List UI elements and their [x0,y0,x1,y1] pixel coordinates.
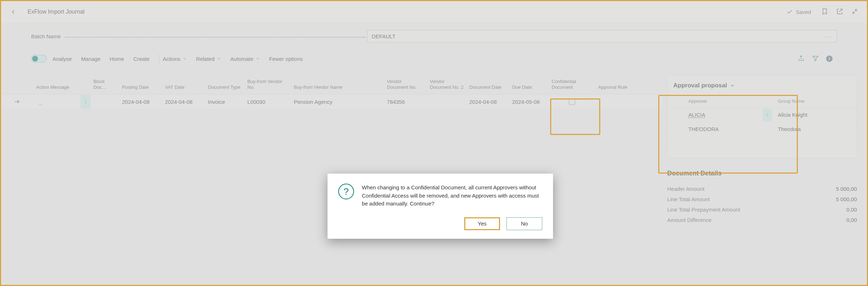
col-block-doc[interactable]: Block Doc… [91,79,119,91]
document-details: Document Details Header Amount 5 000,00 … [667,166,857,225]
detail-label: Amount Difference [667,217,712,223]
col-posting-date[interactable]: Posting Date [119,84,162,90]
actions-menu[interactable]: Actions [163,56,187,62]
cell-vendor-doc-no: 784356 [384,99,427,105]
approver-link[interactable]: ALICIA [688,112,705,118]
detail-row: Line Total Prepayment Amount 0,00 [667,204,857,215]
no-button[interactable]: No [506,217,542,230]
col-vendor-doc-no[interactable]: Vendor Document No. [384,79,427,91]
detail-label: Header Amount [667,186,704,192]
batch-row: Batch Name DEFAULT ··· [1,23,867,50]
saved-indicator: Saved [786,9,811,15]
approver-name[interactable]: THEODORA [685,126,757,132]
filter-icon[interactable] [812,55,819,63]
question-icon: ? [338,184,354,199]
cell-vat-date: 2024-04-08 [162,99,205,105]
group-name: Alicia Knight [775,112,839,118]
detail-row: Header Amount 5 000,00 [667,184,857,194]
yes-button[interactable]: Yes [464,217,500,230]
detail-value: 0,00 [847,207,857,213]
col-vendor-name[interactable]: Buy-from Vendor Name [291,84,384,90]
actions-label: Actions [163,56,180,62]
saved-label: Saved [796,9,811,15]
row-menu-button[interactable] [81,95,91,108]
row-menu-button[interactable] [763,109,772,121]
approval-row[interactable]: ALICIA Alicia Knight [668,108,857,122]
col-approver[interactable]: Approver [685,98,757,104]
analyse-toggle[interactable] [31,55,47,63]
batch-value: DEFAULT [372,33,826,39]
col-due-date[interactable]: Due Date [509,84,549,90]
create-tab[interactable]: Create [134,56,150,62]
batch-dots [65,33,366,38]
group-name: Theodora [775,126,839,132]
detail-value: 0,00 [847,217,857,223]
approval-table-header: Approver Group Name [668,94,857,108]
cell-action-message: _ [36,99,42,105]
svg-point-3 [767,113,768,114]
automate-menu[interactable]: Automate [231,56,260,62]
analyse-tab[interactable]: Analyse [53,56,72,62]
table-row[interactable]: _ 2024-04-08 2024-04-08 Invoice L00030 P… [1,94,663,110]
svg-point-2 [85,103,86,103]
col-vendor-no[interactable]: Buy-from Vendor No. [244,79,291,91]
related-label: Related [196,56,215,62]
back-button[interactable] [5,4,21,20]
cell-vendor-name: Pension Agency [291,99,384,105]
cell-posting-date: 2024-04-08 [119,99,162,105]
collapse-icon[interactable] [851,8,858,16]
cell-document-type: Invoice [205,99,244,105]
manage-tab[interactable]: Manage [81,56,100,62]
related-menu[interactable]: Related [196,56,221,62]
col-vendor-doc-no2[interactable]: Vendor Document No. 2 [427,79,466,91]
chevron-down-icon [730,83,735,88]
col-approval-rule[interactable]: Approval Rule [595,84,642,90]
col-group[interactable]: Group Name [775,98,839,104]
info-icon[interactable]: i [826,55,833,62]
dialog-message: When changing to a Confidential Document… [362,184,542,208]
details-title: Document Details [667,170,857,177]
detail-value: 5 000,00 [836,186,857,192]
table-header: Action Message Block Doc… Posting Date V… [1,75,663,94]
cell-vendor-no: L00030 [244,99,291,105]
fewer-options[interactable]: Fewer options [269,56,303,62]
batch-name-input[interactable]: DEFAULT ··· [367,30,837,42]
detail-label: Line Total Prepayment Amount [667,207,740,213]
svg-point-5 [767,116,768,116]
svg-point-4 [767,115,768,115]
titlebar: ExFlow Import Journal Saved [1,1,867,23]
col-document-type[interactable]: Document Type [205,84,244,90]
approval-title: Approval proposal [673,82,727,89]
chevron-down-icon [183,57,187,61]
chevron-down-icon [217,57,221,61]
approval-row[interactable]: THEODORA Theodora [668,122,857,136]
open-new-icon[interactable] [836,8,843,16]
svg-point-0 [85,100,86,101]
toolbar: Analyse Manage Home Create Actions Relat… [1,50,867,67]
row-indicator-icon [1,98,33,105]
batch-label: Batch Name [31,33,61,39]
confirm-dialog: ? When changing to a Confidential Docume… [328,174,553,239]
col-confidential[interactable]: Confidential Document [549,79,595,91]
col-vat-date[interactable]: VAT Date [162,84,205,90]
cell-due-date: 2024-05-08 [509,99,549,105]
bookmark-icon[interactable] [821,8,828,16]
col-document-date[interactable]: Document Date [466,84,509,90]
col-action-message[interactable]: Action Message [33,84,91,90]
cell-document-date: 2024-04-08 [466,99,509,105]
page-title: ExFlow Import Journal [28,9,84,15]
svg-point-1 [85,101,86,102]
confidential-checkbox[interactable] [569,98,575,105]
automate-label: Automate [231,56,253,62]
batch-lookup-icon[interactable]: ··· [825,33,832,39]
detail-label: Line Total Amount [667,196,710,202]
detail-row: Line Total Amount 5 000,00 [667,194,857,204]
home-tab[interactable]: Home [110,56,124,62]
approval-proposal-header[interactable]: Approval proposal [668,76,857,94]
detail-row: Amount Difference 0,00 [667,215,857,225]
share-icon[interactable] [797,55,805,63]
chevron-down-icon [256,57,260,61]
detail-value: 5 000,00 [836,196,857,202]
